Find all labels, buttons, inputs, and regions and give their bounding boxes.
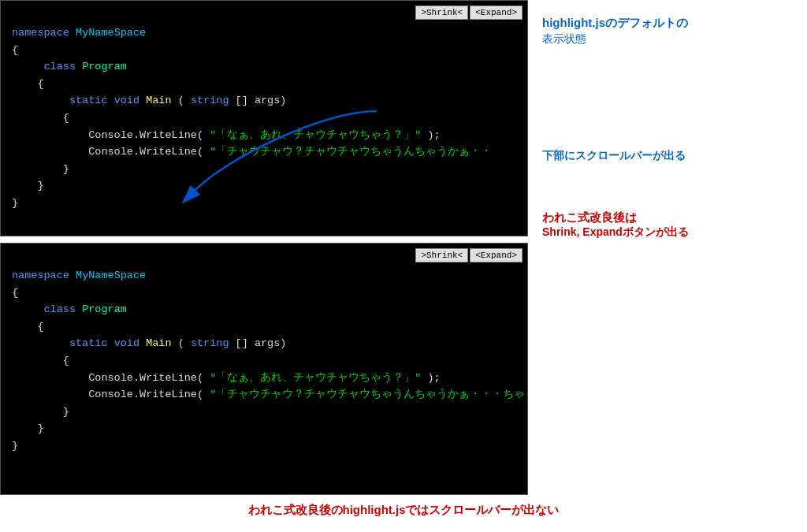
bottom-shrink-expand-bar: >Shrink< <Expand> bbox=[415, 248, 523, 262]
b-code-line-10: } bbox=[12, 420, 516, 437]
main-row: >Shrink< <Expand> namespace MyNameSpace … bbox=[0, 0, 807, 495]
kw-namespace: namespace bbox=[12, 27, 69, 39]
b-code-line-8: Console.WriteLine( "「チャウチャウ？チャウチャウちゃうんちゃ… bbox=[12, 386, 516, 404]
b-code-line-3: class Program bbox=[12, 301, 516, 318]
bottom-code-content: namespace MyNameSpace { class Program bbox=[1, 244, 527, 494]
code-line-1: namespace MyNameSpace bbox=[12, 24, 516, 42]
top-expand-button[interactable]: <Expand> bbox=[470, 6, 523, 20]
b-code-line-9: } bbox=[12, 404, 516, 421]
b-code-line-7: Console.WriteLine( "「なぁ、あれ、チャウチャウちゃう？」" … bbox=[12, 370, 516, 387]
annotation1-line1: highlight.jsのデフォルトの bbox=[542, 16, 793, 31]
bottom-expand-button[interactable]: <Expand> bbox=[470, 248, 523, 262]
annotation-improved-area: われこ式改良後は Shrink, Expandボタンが出る bbox=[542, 210, 793, 240]
annotation1-line2: 表示状態 bbox=[542, 32, 793, 47]
annotation3-line2: Shrink, Expandボタンが出る bbox=[542, 225, 793, 240]
bottom-code-block: >Shrink< <Expand> namespace MyNameSpace … bbox=[0, 243, 528, 495]
left-panel: >Shrink< <Expand> namespace MyNameSpace … bbox=[0, 0, 528, 495]
page-wrapper: >Shrink< <Expand> namespace MyNameSpace … bbox=[0, 0, 807, 523]
code-line-2: { bbox=[12, 42, 516, 59]
annotation3-line1: われこ式改良後は bbox=[542, 210, 793, 225]
annotation-default-state: highlight.jsのデフォルトの 表示状態 bbox=[542, 16, 793, 47]
b-code-line-11: } bbox=[12, 437, 516, 455]
arrow-svg bbox=[369, 87, 637, 198]
bottom-caption: われこ式改良後のhighlight.jsではスクロールバーが出ない bbox=[0, 495, 807, 523]
separator bbox=[0, 236, 528, 243]
b-code-line-4: { bbox=[12, 318, 516, 336]
kw-class: class bbox=[44, 61, 76, 73]
top-shrink-expand-bar: >Shrink< <Expand> bbox=[415, 6, 523, 20]
bottom-shrink-button[interactable]: >Shrink< bbox=[415, 248, 468, 262]
code-line-3: class Program bbox=[12, 58, 516, 76]
b-code-line-5: static void Main ( string [] args) bbox=[12, 335, 516, 352]
b-code-line-2: { bbox=[12, 285, 516, 302]
right-panel: highlight.jsのデフォルトの 表示状態 下部にスクロールバーが出る bbox=[528, 0, 807, 495]
b-code-line-6: { bbox=[12, 352, 516, 370]
b-code-line-1: namespace MyNameSpace bbox=[12, 267, 516, 285]
top-shrink-button[interactable]: >Shrink< bbox=[415, 6, 468, 20]
